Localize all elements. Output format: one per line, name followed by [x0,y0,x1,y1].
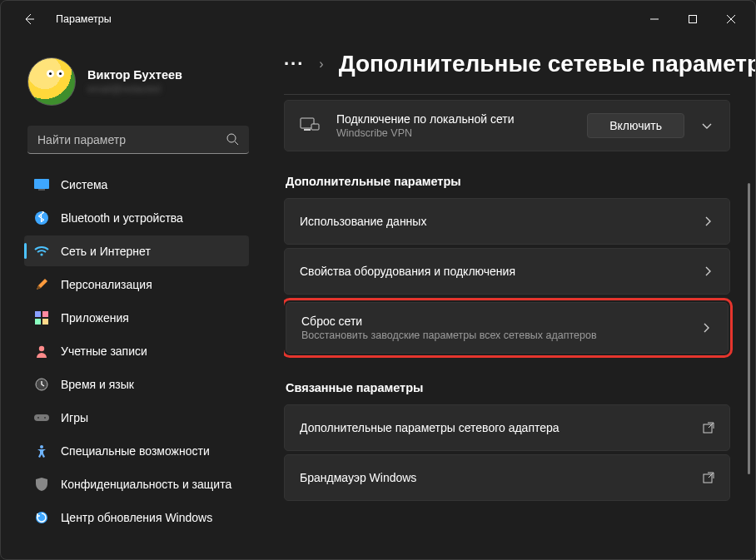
item-network-reset[interactable]: Сброс сети Восстановить заводские параме… [286,302,729,354]
item-adapter-options[interactable]: Дополнительные параметры сетевого адапте… [284,404,730,451]
scrollbar-thumb[interactable] [748,183,750,474]
sidebar-item-privacy[interactable]: Конфиденциальность и защита [24,468,249,499]
chevron-right-icon [694,211,714,231]
connection-title: Подключение по локальной сети [336,112,587,126]
window-controls [635,6,750,32]
sidebar-item-label: Игры [61,411,88,424]
svg-rect-6 [35,311,41,317]
monitor-network-icon [300,117,321,134]
item-label: Дополнительные параметры сетевого адапте… [300,421,703,434]
sidebar-item-label: Приложения [61,311,129,325]
highlight-box: Сброс сети Восстановить заводские параме… [284,298,733,358]
svg-rect-7 [42,311,48,317]
apps-icon [34,310,49,325]
sidebar-item-label: Система [61,178,107,191]
minimize-button[interactable] [635,6,674,32]
sidebar-item-accessibility[interactable]: Специальные возможности [24,435,249,466]
sidebar-item-label: Персонализация [61,278,152,291]
sidebar-item-windows-update[interactable]: Центр обновления Windows [24,502,249,533]
maximize-icon [689,15,697,23]
content-scroll[interactable]: Подключение по локальной сети Windscribe… [284,94,755,559]
connection-subtitle: Windscribe VPN [336,127,587,139]
svg-point-15 [40,445,43,448]
search-icon [226,132,239,146]
enable-button[interactable]: Включить [587,113,684,138]
close-icon [727,15,735,23]
search-input[interactable] [27,126,249,154]
main-panel: ··· › Дополнительные сетевые параметр По… [259,37,755,559]
display-icon [34,177,49,192]
svg-rect-18 [304,129,311,131]
chevron-right-icon [693,318,713,338]
sidebar-item-network[interactable]: Сеть и Интернет [24,235,249,266]
sidebar-item-label: Сеть и Интернет [61,245,151,258]
svg-rect-3 [38,189,45,191]
sidebar-item-label: Центр обновления Windows [61,511,212,524]
divider [284,94,730,95]
svg-rect-8 [35,319,41,325]
svg-point-13 [37,417,39,419]
svg-rect-0 [689,16,697,23]
profile-email: email@redacted [87,83,182,95]
back-button[interactable] [14,4,44,34]
sidebar-item-time-language[interactable]: Время и язык [24,369,249,399]
item-label: Свойства оборудования и подключения [300,265,694,278]
sidebar-item-label: Конфиденциальность и защита [61,478,231,491]
sidebar-item-label: Специальные возможности [61,444,210,458]
profile-block[interactable]: Виктор Бухтеев email@redacted [24,44,252,124]
svg-point-1 [227,134,236,142]
bluetooth-icon [34,211,49,225]
breadcrumb: ··· › Дополнительные сетевые параметр [284,44,755,84]
item-label: Брандмауэр Windows [300,471,703,484]
section-heading-related: Связанные параметры [286,381,730,394]
sidebar-item-label: Время и язык [61,378,134,391]
open-external-icon [703,472,714,483]
chevron-down-icon [701,120,713,131]
page-title: Дополнительные сетевые параметр [339,51,755,77]
scrollbar[interactable] [748,102,750,551]
svg-rect-9 [42,319,48,325]
sidebar-item-apps[interactable]: Приложения [24,302,249,333]
item-label: Использование данных [300,215,694,228]
item-data-usage[interactable]: Использование данных [284,198,730,245]
item-hardware-properties[interactable]: Свойства оборудования и подключения [284,248,730,295]
breadcrumb-overflow[interactable]: ··· [284,53,304,75]
wifi-icon [34,244,49,259]
open-external-icon [703,422,714,434]
profile-name: Виктор Бухтеев [87,68,182,82]
sidebar-item-label: Учетные записи [61,344,147,358]
update-icon [34,510,49,525]
connection-card[interactable]: Подключение по локальной сети Windscribe… [284,100,730,151]
svg-rect-2 [34,179,49,189]
sidebar-item-accounts[interactable]: Учетные записи [24,335,249,366]
sidebar-item-personalization[interactable]: Персонализация [24,269,249,300]
sidebar-item-bluetooth[interactable]: Bluetooth и устройства [24,202,249,233]
item-subtitle: Восстановить заводские параметры всех се… [301,330,693,341]
item-firewall[interactable]: Брандмауэр Windows [284,454,730,501]
chevron-right-icon: › [319,57,323,72]
close-button[interactable] [712,6,750,32]
maximize-button[interactable] [674,6,712,32]
shield-icon [34,477,49,492]
avatar [27,57,76,106]
svg-point-10 [39,345,44,350]
arrow-left-icon [22,12,36,26]
gamepad-icon [34,410,49,425]
svg-point-5 [40,253,42,255]
chevron-right-icon [694,261,714,281]
nav-list: Система Bluetooth и устройства Сеть и Ин… [24,169,252,559]
sidebar-item-system[interactable]: Система [24,169,249,200]
brush-icon [34,277,49,292]
section-heading-more: Дополнительные параметры [286,175,730,188]
svg-rect-19 [311,124,319,130]
svg-point-14 [44,417,46,419]
minimize-icon [650,15,659,23]
sidebar: Виктор Бухтеев email@redacted Система Bl… [1,37,259,559]
expand-button[interactable] [693,115,714,136]
person-icon [34,344,49,359]
svg-rect-12 [34,414,49,421]
item-label: Сброс сети [301,315,693,328]
search-box[interactable] [27,126,249,154]
sidebar-item-gaming[interactable]: Игры [24,402,249,433]
clock-icon [34,377,49,392]
